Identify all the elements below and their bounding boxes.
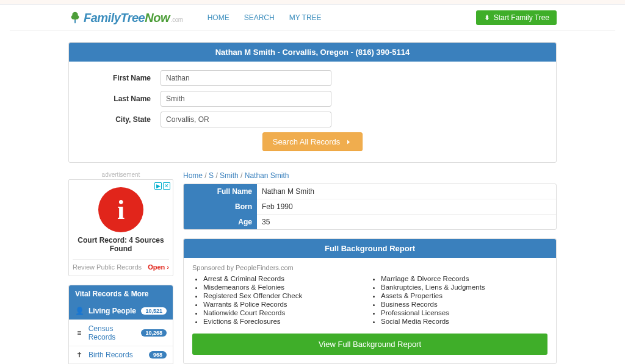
search-panel: Nathan M Smith - Corvallis, Oregon - (81… xyxy=(68,42,557,163)
person-info-table: Full NameNathan M Smith BornFeb 1990 Age… xyxy=(183,184,557,230)
sidebar-title: Vital Records & More xyxy=(69,285,173,302)
info-age-key: Age xyxy=(184,215,257,229)
arrow-right-icon xyxy=(345,138,352,146)
crumb-person[interactable]: Nathan Smith xyxy=(245,171,289,180)
tree-icon xyxy=(68,11,82,24)
report-item: Bankruptcies, Liens & Judgments xyxy=(381,284,547,291)
sidebar-item-count: 10,268 xyxy=(141,329,167,337)
background-report-panel: Full Background Report Sponsored by Peop… xyxy=(183,238,557,364)
search-all-records-button[interactable]: Search All Records xyxy=(262,132,363,151)
brand-dotcom: .com xyxy=(171,16,183,23)
last-name-label: Last Name xyxy=(87,95,161,103)
sidebar-icon: ≡ xyxy=(75,329,84,337)
sidebar-item-count: 968 xyxy=(149,351,167,359)
sidebar-item-label: Living People xyxy=(89,307,136,315)
search-button-label: Search All Records xyxy=(273,137,341,146)
crumb-home[interactable]: Home xyxy=(183,171,203,180)
nav-links: HOME SEARCH MY TREE xyxy=(200,10,329,26)
breadcrumb: Home / S / Smith / Nathan Smith xyxy=(183,171,557,180)
sidebar-item-label: Birth Records xyxy=(89,351,133,359)
first-name-input[interactable] xyxy=(161,70,331,86)
ad-box[interactable]: ▶✕ i Court Record: 4 Sources Found Revie… xyxy=(68,179,173,276)
brand-family: Family xyxy=(84,11,120,24)
report-item: Misdemeanors & Felonies xyxy=(203,284,370,291)
first-name-label: First Name xyxy=(87,74,161,82)
view-full-report-button[interactable]: View Full Background Report xyxy=(192,334,547,355)
sidebar-panel: Vital Records & More 👤Living People10,52… xyxy=(68,285,173,364)
report-title: Full Background Report xyxy=(184,239,556,258)
navbar: FamilyTreeNow.com HOME SEARCH MY TREE St… xyxy=(68,5,557,30)
ad-open-link[interactable]: Open › xyxy=(148,263,169,271)
info-age-val: 35 xyxy=(257,215,556,229)
last-name-input[interactable] xyxy=(161,91,331,107)
logo[interactable]: FamilyTreeNow.com xyxy=(68,11,183,25)
info-born-key: Born xyxy=(184,199,257,215)
report-item: Business Records xyxy=(381,301,547,308)
start-button-label: Start Family Tree xyxy=(494,13,549,22)
sidebar-icon: ✝ xyxy=(75,351,84,359)
report-item: Social Media Records xyxy=(381,318,547,325)
sidebar-item-birth-records[interactable]: ✝Birth Records968 xyxy=(69,346,173,363)
crumb-s[interactable]: S xyxy=(209,171,214,180)
city-state-label: City, State xyxy=(87,115,161,124)
start-family-tree-button[interactable]: Start Family Tree xyxy=(476,10,557,25)
nav-mytree[interactable]: MY TREE xyxy=(282,10,329,26)
crumb-smith[interactable]: Smith xyxy=(220,171,239,180)
ad-close-icon[interactable]: ▶✕ xyxy=(154,182,170,190)
report-item: Professional Licenses xyxy=(381,309,547,316)
info-fullname-key: Full Name xyxy=(184,184,257,199)
report-item: Nationwide Court Records xyxy=(203,309,370,316)
info-fullname-val: Nathan M Smith xyxy=(257,184,556,199)
brand-now: Now xyxy=(145,11,170,24)
sidebar-item-living-people[interactable]: 👤Living People10,521 xyxy=(69,302,173,319)
city-state-input[interactable] xyxy=(161,112,331,127)
sidebar-item-label: Census Records xyxy=(89,324,142,341)
report-sponsored: Sponsored by PeopleFinders.com xyxy=(192,264,547,271)
sidebar-item-count: 10,521 xyxy=(141,307,167,315)
tree-small-icon xyxy=(483,14,491,21)
report-item: Arrest & Criminal Records xyxy=(203,275,370,282)
svg-rect-0 xyxy=(74,20,76,23)
report-item: Assets & Properties xyxy=(381,292,547,299)
nav-home[interactable]: HOME xyxy=(200,10,237,26)
report-item: Registered Sex Offender Check xyxy=(203,292,370,299)
ad-review-link[interactable]: Review Public Records xyxy=(73,263,142,271)
report-item: Warrants & Police Records xyxy=(203,301,370,308)
info-icon: i xyxy=(98,187,143,232)
report-item: Marriage & Divorce Records xyxy=(381,275,547,282)
sidebar-icon: 👤 xyxy=(75,307,84,315)
sidebar-item-census-records[interactable]: ≡Census Records10,268 xyxy=(69,319,173,346)
brand-tree: Tree xyxy=(120,11,145,24)
ad-label: advertisement xyxy=(68,171,173,178)
report-item: Evictions & Foreclosures xyxy=(203,318,370,325)
info-born-val: Feb 1990 xyxy=(257,199,556,215)
nav-search[interactable]: SEARCH xyxy=(237,10,282,26)
search-panel-title: Nathan M Smith - Corvallis, Oregon - (81… xyxy=(69,43,556,62)
ad-title: Court Record: 4 Sources Found xyxy=(73,236,169,253)
